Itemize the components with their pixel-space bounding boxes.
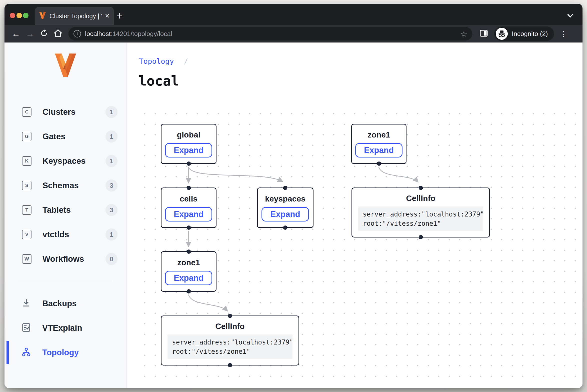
desktop: Cluster Topology | VTAdmin ✕ + ← →: [0, 0, 587, 392]
node-title: cells: [180, 194, 198, 204]
node-title: keyspaces: [265, 194, 306, 204]
connection-point: [377, 162, 381, 166]
node-cells: cells Expand: [161, 188, 216, 228]
vtctlds-icon: V: [22, 230, 32, 239]
node-title: zone1: [368, 130, 390, 140]
new-tab-button[interactable]: +: [116, 11, 123, 21]
bookmark-star-icon[interactable]: ☆: [460, 30, 467, 38]
count-badge: 3: [106, 204, 118, 216]
connection-point: [186, 226, 191, 230]
expand-button-global[interactable]: Expand: [165, 143, 212, 158]
sidebar-item-label: Backups: [42, 299, 77, 308]
gates-icon: G: [22, 132, 32, 141]
sidebar-item-label: vtctlds: [42, 230, 69, 239]
node-zone1-lower: zone1 Expand: [161, 251, 216, 292]
forward-icon[interactable]: →: [23, 29, 37, 39]
download-icon: [21, 298, 31, 308]
menu-kebab-icon[interactable]: ⋮: [560, 30, 568, 38]
incognito-label: Incognito (2): [512, 30, 548, 38]
sidebar-item-label: Tablets: [42, 205, 71, 215]
node-zone1-top: zone1 Expand: [351, 124, 406, 164]
minimize-window-button[interactable]: [16, 13, 22, 18]
sidebar-item-topology[interactable]: Topology: [4, 340, 126, 365]
connection-point: [419, 235, 423, 239]
cellinfo-code: server_address:"localhost:2379"root:"/vi…: [168, 334, 292, 360]
count-badge: 1: [106, 106, 118, 118]
incognito-spy-icon: [496, 28, 508, 40]
sidebar-item-schemas[interactable]: S Schemas 3: [4, 173, 126, 198]
sidebar-divider: [18, 281, 114, 281]
sidebar-item-label: Schemas: [42, 181, 79, 190]
node-global: global Expand: [161, 124, 216, 164]
connection-point: [186, 250, 191, 254]
tab-title: Cluster Topology | VTAdmin: [50, 12, 102, 20]
node-title: CellInfo: [215, 322, 244, 331]
sidebar-item-keyspaces[interactable]: K Keyspaces 1: [4, 149, 126, 173]
side-panel-icon[interactable]: [480, 30, 488, 38]
node-title: CellInfo: [406, 194, 435, 203]
sidebar-item-vtexplain[interactable]: VTExplain: [4, 316, 126, 340]
sidebar-item-vtctlds[interactable]: V vtctlds 1: [4, 222, 126, 247]
sidebar-item-label: Topology: [42, 348, 79, 357]
sidebar-item-tablets[interactable]: T Tablets 3: [4, 198, 126, 222]
clusters-icon: C: [22, 107, 32, 117]
count-badge: 1: [106, 130, 118, 142]
home-icon[interactable]: [51, 28, 65, 40]
site-info-icon[interactable]: i: [74, 30, 81, 38]
code-line: server_address:"localhost:2379": [172, 338, 293, 346]
close-window-button[interactable]: [10, 13, 15, 18]
sidebar-item-gates[interactable]: G Gates 1: [4, 124, 126, 149]
incognito-badge[interactable]: Incognito (2): [494, 26, 554, 41]
sidebar-item-label: Workflows: [42, 254, 84, 264]
url-text[interactable]: localhost:14201/topology/local: [85, 30, 172, 38]
vtadmin-page: C Clusters 1 G Gates 1 K Keyspaces 1: [4, 42, 582, 388]
sidebar-item-label: Keyspaces: [42, 156, 86, 166]
url-path: :14201/topology/local: [111, 30, 172, 38]
count-badge: 3: [106, 180, 118, 192]
vitess-logo: [4, 42, 126, 89]
node-keyspaces: keyspaces Expand: [257, 188, 314, 228]
sidebar-item-label: Gates: [42, 132, 66, 141]
count-badge: 0: [106, 253, 118, 265]
breadcrumb-topology-link[interactable]: Topology: [139, 57, 174, 66]
workflows-icon: W: [22, 254, 32, 264]
expand-button-zone1-lower[interactable]: Expand: [165, 271, 212, 285]
node-title: global: [177, 130, 200, 140]
back-icon[interactable]: ←: [9, 29, 23, 39]
expand-button-cells[interactable]: Expand: [165, 207, 212, 222]
tablets-icon: T: [22, 205, 32, 215]
active-indicator: [6, 341, 9, 364]
browser-window: Cluster Topology | VTAdmin ✕ + ← →: [4, 4, 582, 388]
expand-button-zone1-top[interactable]: Expand: [355, 143, 402, 158]
topology-icon: [21, 347, 31, 358]
code-line: root:"/vitess/zone1": [172, 348, 250, 355]
zoom-window-button[interactable]: [23, 13, 28, 18]
sidebar-item-workflows[interactable]: W Workflows 0: [4, 247, 126, 271]
page-title: local: [138, 73, 179, 89]
reload-icon[interactable]: [37, 28, 51, 40]
browser-tab[interactable]: Cluster Topology | VTAdmin ✕: [35, 7, 114, 25]
node-cellinfo-bottom: CellInfo server_address:"localhost:2379"…: [161, 316, 299, 366]
main-content: Topology / local: [127, 42, 582, 388]
connection-point: [228, 314, 232, 318]
connection-point: [283, 186, 288, 190]
code-line: root:"/vitess/zone1": [363, 220, 441, 227]
schemas-icon: S: [22, 181, 32, 190]
keyspaces-icon: K: [22, 156, 32, 166]
address-bar[interactable]: i localhost:14201/topology/local ☆: [68, 27, 472, 40]
tab-close-icon[interactable]: ✕: [105, 12, 110, 20]
node-title: zone1: [177, 258, 200, 267]
breadcrumb-separator: /: [184, 57, 188, 66]
connection-point: [186, 289, 191, 294]
code-line: server_address:"localhost:2379": [363, 210, 484, 218]
sidebar-item-clusters[interactable]: C Clusters 1: [4, 100, 126, 124]
sidebar-item-backups[interactable]: Backups: [4, 291, 126, 316]
vitess-favicon-icon: [39, 12, 46, 20]
breadcrumb: Topology /: [139, 57, 188, 66]
count-badge: 1: [106, 155, 118, 167]
tab-search-chevron-icon[interactable]: [566, 13, 574, 20]
expand-button-keyspaces[interactable]: Expand: [262, 207, 309, 222]
connection-point: [283, 226, 288, 230]
cellinfo-code: server_address:"localhost:2379"root:"/vi…: [358, 206, 483, 232]
sidebar: C Clusters 1 G Gates 1 K Keyspaces 1: [4, 42, 127, 388]
